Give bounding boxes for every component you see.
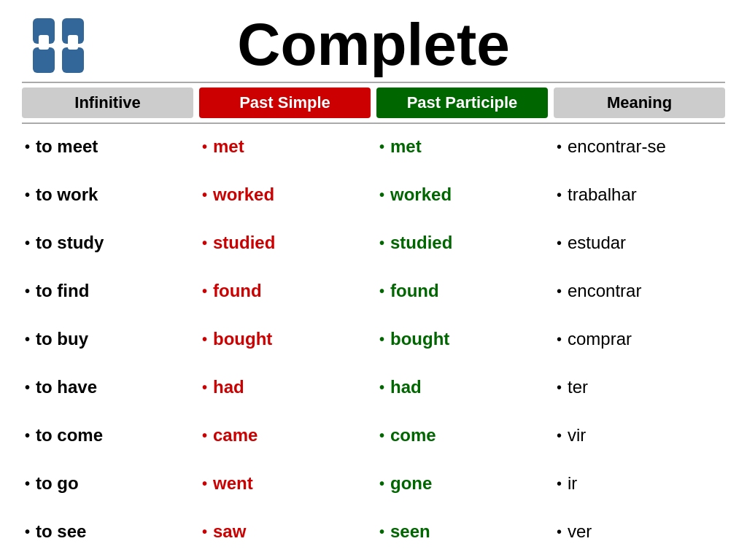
list-item: trabalhar bbox=[554, 181, 725, 209]
list-item: worked bbox=[376, 181, 548, 209]
list-item: ter bbox=[554, 373, 725, 401]
list-item: went bbox=[199, 470, 371, 497]
header-infinitive: Infinitive bbox=[22, 88, 193, 118]
list-item: to work bbox=[22, 181, 193, 209]
quote-icon bbox=[29, 15, 95, 79]
col-past-simple: metworkedstudiedfoundboughthadcamewentsa… bbox=[199, 133, 371, 545]
svg-rect-4 bbox=[39, 35, 49, 50]
list-item: vir bbox=[554, 421, 725, 449]
header-meaning: Meaning bbox=[554, 88, 725, 118]
list-item: comprar bbox=[554, 325, 725, 353]
list-item: encontrar-se bbox=[554, 133, 725, 160]
header-past-participle: Past Participle bbox=[376, 88, 548, 118]
list-item: to have bbox=[22, 373, 193, 401]
page: Complete Infinitive Past Simple Past Par… bbox=[0, 0, 747, 560]
svg-rect-3 bbox=[62, 47, 84, 73]
list-item: studied bbox=[376, 229, 548, 257]
header: Complete bbox=[22, 15, 725, 74]
list-item: studied bbox=[199, 229, 371, 257]
list-item: saw bbox=[199, 518, 371, 545]
list-item: to see bbox=[22, 518, 193, 545]
list-item: ver bbox=[554, 518, 725, 545]
list-item: had bbox=[376, 373, 548, 401]
header-past-simple: Past Simple bbox=[199, 88, 371, 118]
list-item: met bbox=[376, 133, 548, 160]
svg-rect-5 bbox=[68, 35, 78, 50]
list-item: worked bbox=[199, 181, 371, 209]
list-item: came bbox=[199, 421, 371, 449]
column-headers: Infinitive Past Simple Past Participle M… bbox=[22, 82, 725, 124]
list-item: to go bbox=[22, 470, 193, 497]
col-past-participle: metworkedstudiedfoundboughthadcomegonese… bbox=[376, 133, 548, 545]
list-item: found bbox=[199, 277, 371, 305]
list-item: bought bbox=[376, 325, 548, 353]
page-title: Complete bbox=[237, 15, 510, 74]
list-item: to meet bbox=[22, 133, 193, 160]
col-meaning: encontrar-setrabalharestudarencontrarcom… bbox=[554, 133, 725, 545]
list-item: bought bbox=[199, 325, 371, 353]
list-item: ir bbox=[554, 470, 725, 497]
list-item: encontrar bbox=[554, 277, 725, 305]
list-item: had bbox=[199, 373, 371, 401]
list-item: to find bbox=[22, 277, 193, 305]
list-item: seen bbox=[376, 518, 548, 545]
list-item: come bbox=[376, 421, 548, 449]
svg-rect-1 bbox=[33, 47, 55, 73]
list-item: found bbox=[376, 277, 548, 305]
list-item: to study bbox=[22, 229, 193, 257]
list-item: estudar bbox=[554, 229, 725, 257]
list-item: met bbox=[199, 133, 371, 160]
list-item: to buy bbox=[22, 325, 193, 353]
list-item: to come bbox=[22, 421, 193, 449]
data-grid: to meetto workto studyto findto buyto ha… bbox=[22, 133, 725, 545]
list-item: gone bbox=[376, 470, 548, 497]
col-infinitive: to meetto workto studyto findto buyto ha… bbox=[22, 133, 193, 545]
